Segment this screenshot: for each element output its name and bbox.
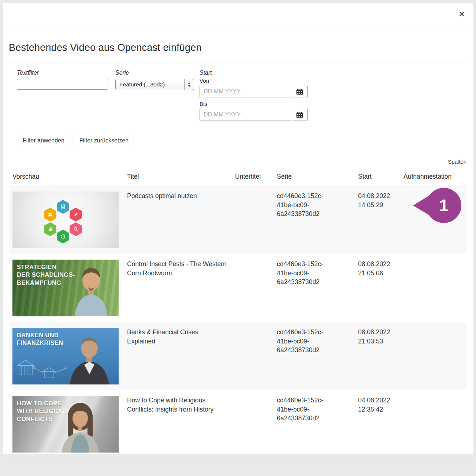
video-thumbnail[interactable]: BANKEN UND FINANZKRISEN [12, 328, 119, 384]
filter-panel: Textfilter Serie Featured (...30d2) Star… [9, 63, 467, 152]
bis-label: Bis [200, 101, 308, 107]
video-title: Podcasts optimal nutzen [127, 192, 197, 200]
video-series-id: cd4460e3-152c- 41be-bc09- 6a24338730d2 [277, 192, 323, 217]
table-row[interactable]: STRATEGIEN DER SCHÄDLINGS- BEKÄMPFUNG Co… [9, 254, 467, 322]
video-thumbnail[interactable]: HOW TO COPE WITH RELIGIOUS CONFLICTS [12, 396, 119, 453]
video-series-id: cd4460e3-152c- 41be-bc09- 6a24338730d2 [277, 328, 323, 354]
cell-start: 08.08.2022 21:05:06 [354, 254, 400, 322]
header-untertitel: Untertitel [231, 168, 273, 186]
filter-apply-button[interactable]: Filter anwenden [17, 135, 70, 146]
checklist-icon [57, 200, 69, 214]
chevron-updown-icon [184, 79, 194, 90]
cell-aufnahmestation [400, 186, 467, 254]
date-from-input[interactable] [200, 86, 291, 97]
video-series-id: cd4460e3-152c- 41be-bc09- 6a24338730d2 [277, 260, 323, 286]
dialog-body: Bestehendes Video aus Opencast einfügen … [3, 42, 473, 458]
header-start: Start [354, 168, 400, 186]
video-title: Banks & Financial Crises Explained [127, 328, 198, 345]
table-row[interactable]: BANKEN UND FINANZKRISEN Banks & Financia… [9, 322, 467, 390]
header-serie: Serie [273, 168, 354, 186]
table-row[interactable]: HOW TO COPE WITH RELIGIOUS CONFLICTS How… [9, 390, 467, 458]
opencast-dialog: × Bestehendes Video aus Opencast einfüge… [3, 3, 473, 454]
cell-start: 04.08.2022 14:05:29 [354, 186, 400, 254]
close-icon[interactable]: × [459, 9, 465, 19]
cell-untertitel [231, 254, 273, 322]
pencil-icon [70, 208, 82, 222]
header-vorschau: Vorschau [9, 168, 123, 186]
columns-selector[interactable]: Spalten [448, 159, 466, 165]
cell-start: 04.08.2022 12:35:42 [354, 390, 400, 458]
person-figure [56, 330, 119, 384]
cell-aufnahmestation [400, 390, 467, 458]
serie-select[interactable]: Featured (...30d2) [115, 79, 194, 90]
calendar-to-button[interactable] [292, 109, 308, 120]
cell-start: 08.08.2022 21:03:53 [354, 322, 400, 390]
video-table: Vorschau Titel Untertitel Serie Start Au… [9, 168, 467, 458]
hand-icon [44, 222, 56, 236]
video-thumbnail[interactable] [12, 191, 119, 248]
dialog-header: × [3, 3, 473, 26]
textfilter-group: Textfilter [17, 70, 108, 90]
textfilter-label: Textfilter [17, 70, 108, 76]
video-start-time: 08.08.2022 21:03:53 [358, 328, 390, 345]
header-aufnahmestation: Aufnahmestation [400, 168, 467, 186]
cell-serie: cd4460e3-152c- 41be-bc09- 6a24338730d2 [273, 390, 354, 458]
page-title: Bestehendes Video aus Opencast einfügen [9, 42, 467, 53]
cell-aufnahmestation [400, 322, 467, 390]
video-title: Control Insect Pests - The Western Corn … [127, 260, 227, 277]
serie-select-value: Featured (...30d2) [116, 81, 184, 88]
serie-group: Serie Featured (...30d2) [115, 70, 194, 90]
calendar-icon [296, 112, 303, 118]
columns-row: Spalten [10, 159, 466, 165]
video-start-time: 04.08.2022 12:35:42 [358, 397, 390, 413]
cell-serie: cd4460e3-152c- 41be-bc09- 6a24338730d2 [273, 254, 354, 322]
cell-vorschau [9, 186, 123, 254]
video-series-id: cd4460e3-152c- 41be-bc09- 6a24338730d2 [277, 397, 323, 422]
cell-untertitel [231, 186, 273, 254]
calendar-from-button[interactable] [292, 86, 308, 97]
calendar-icon [296, 89, 303, 95]
x-icon [44, 208, 56, 222]
clock-icon [57, 230, 69, 243]
serie-label: Serie [115, 70, 194, 76]
textfilter-input[interactable] [17, 79, 108, 90]
cell-serie: cd4460e3-152c- 41be-bc09- 6a24338730d2 [273, 322, 354, 390]
filter-reset-button[interactable]: Filter zurücksetzen [74, 135, 134, 146]
date-to-input[interactable] [200, 109, 291, 120]
magnifier-icon [70, 222, 82, 236]
video-start-time: 08.08.2022 21:05:06 [358, 260, 390, 277]
start-label: Start [200, 70, 308, 76]
cell-titel: Banks & Financial Crises Explained [123, 322, 231, 390]
table-header-row: Vorschau Titel Untertitel Serie Start Au… [9, 168, 467, 186]
cell-serie: cd4460e3-152c- 41be-bc09- 6a24338730d2 [273, 186, 354, 254]
von-label: Von [200, 78, 308, 84]
cell-untertitel [231, 390, 273, 458]
cell-vorschau: HOW TO COPE WITH RELIGIOUS CONFLICTS [9, 390, 123, 458]
cell-titel: How to Cope with Religious Conflicts: In… [123, 390, 231, 458]
person-figure [49, 398, 111, 453]
video-thumbnail[interactable]: STRATEGIEN DER SCHÄDLINGS- BEKÄMPFUNG [12, 260, 119, 316]
cell-titel: Podcasts optimal nutzen [123, 186, 231, 254]
header-titel: Titel [123, 168, 231, 186]
cell-aufnahmestation [400, 254, 467, 322]
cell-vorschau: STRATEGIEN DER SCHÄDLINGS- BEKÄMPFUNG [9, 254, 123, 322]
video-title: How to Cope with Religious Conflicts: In… [127, 397, 213, 413]
person-figure [60, 261, 119, 316]
start-group: Start Von [200, 70, 308, 124]
cell-untertitel [231, 322, 273, 390]
table-row[interactable]: Podcasts optimal nutzen cd4460e3-152c- 4… [9, 186, 467, 254]
video-start-time: 04.08.2022 14:05:29 [358, 192, 390, 209]
cell-vorschau: BANKEN UND FINANZKRISEN [9, 322, 123, 390]
cell-titel: Control Insect Pests - The Western Corn … [123, 254, 231, 322]
